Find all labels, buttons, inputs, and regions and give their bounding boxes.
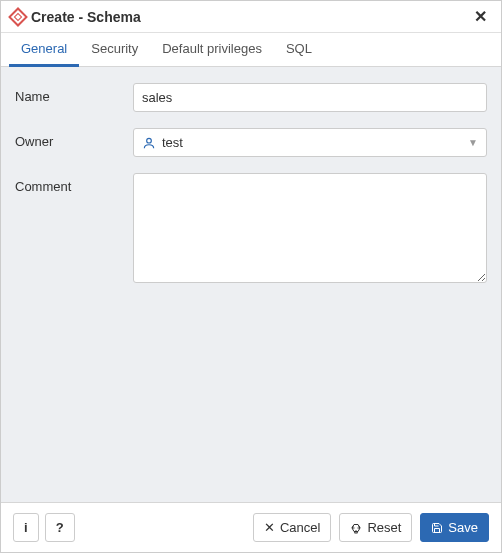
svg-point-0 [147, 138, 152, 143]
recycle-icon [350, 522, 362, 534]
reset-button[interactable]: Reset [339, 513, 412, 542]
create-schema-dialog: Create - Schema ✕ General Security Defau… [0, 0, 502, 553]
name-label: Name [15, 83, 133, 104]
user-icon [142, 136, 156, 150]
header-left: Create - Schema [11, 9, 141, 25]
name-input[interactable] [133, 83, 487, 112]
row-owner: Owner test ▼ [15, 128, 487, 157]
comment-control [133, 173, 487, 286]
tab-default-privileges[interactable]: Default privileges [150, 33, 274, 66]
footer-right: ✕ Cancel Reset [253, 513, 489, 542]
dialog-body: Name Owner test ▼ [1, 67, 501, 502]
name-control [133, 83, 487, 112]
owner-control: test ▼ [133, 128, 487, 157]
chevron-down-icon: ▼ [468, 137, 478, 148]
dialog-footer: i ? ✕ Cancel Reset [1, 502, 501, 552]
row-name: Name [15, 83, 487, 112]
footer-left: i ? [13, 513, 75, 542]
question-icon: ? [56, 520, 64, 535]
close-icon[interactable]: ✕ [470, 7, 491, 26]
save-button[interactable]: Save [420, 513, 489, 542]
info-icon: i [24, 520, 28, 535]
owner-value: test [162, 135, 462, 150]
row-comment: Comment [15, 173, 487, 286]
save-label: Save [448, 520, 478, 535]
info-button[interactable]: i [13, 513, 39, 542]
reset-label: Reset [367, 520, 401, 535]
close-icon: ✕ [264, 520, 275, 535]
tab-general[interactable]: General [9, 33, 79, 67]
owner-label: Owner [15, 128, 133, 149]
save-icon [431, 522, 443, 534]
comment-label: Comment [15, 173, 133, 194]
dialog-header: Create - Schema ✕ [1, 1, 501, 33]
tab-sql[interactable]: SQL [274, 33, 324, 66]
owner-select[interactable]: test ▼ [133, 128, 487, 157]
help-button[interactable]: ? [45, 513, 75, 542]
comment-textarea[interactable] [133, 173, 487, 283]
cancel-label: Cancel [280, 520, 320, 535]
tab-bar: General Security Default privileges SQL [1, 33, 501, 67]
schema-icon [8, 7, 28, 27]
tab-security[interactable]: Security [79, 33, 150, 66]
dialog-title: Create - Schema [31, 9, 141, 25]
cancel-button[interactable]: ✕ Cancel [253, 513, 331, 542]
